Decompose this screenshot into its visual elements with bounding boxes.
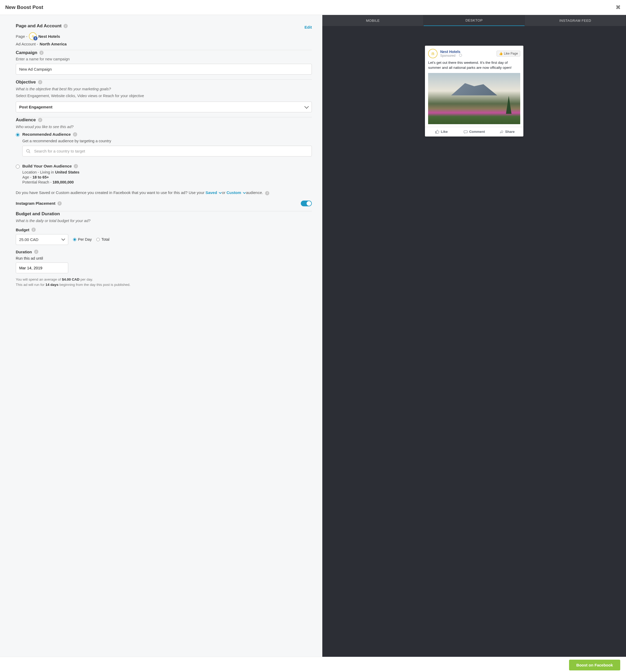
budget-section: Budget and Duration What is the daily or…: [16, 211, 312, 292]
budget-footnote: You will spend an average of $4.00 CAD p…: [16, 277, 312, 288]
like-action[interactable]: Like: [425, 127, 458, 137]
custom-link[interactable]: Custom: [226, 190, 245, 195]
like-text: Like: [441, 130, 448, 134]
reach-value: 189,000,000: [52, 180, 74, 184]
audience-section: Audience i Who woud you like to see this…: [16, 117, 312, 211]
total-option[interactable]: Total: [96, 237, 110, 241]
per-day-radio[interactable]: [73, 238, 76, 241]
country-search-input[interactable]: [22, 146, 312, 157]
ig-label-text: Instagram Placement: [16, 201, 55, 206]
foot2b: 14 days: [45, 283, 58, 287]
comment-text: Comment: [469, 130, 485, 134]
budget-section-title: Budget and Duration: [16, 211, 312, 217]
preview-post-image: [428, 73, 520, 124]
budget-subtitle: What is the daily or total budget for yo…: [16, 219, 312, 223]
age-value: 18 to 65+: [32, 175, 49, 179]
info-icon[interactable]: i: [31, 227, 36, 232]
saved-or: or: [222, 190, 226, 195]
budget-amount-select[interactable]: 25.00 CAD: [16, 234, 68, 245]
chevron-down-icon: [219, 191, 222, 194]
saved-link[interactable]: Saved: [206, 190, 221, 195]
comment-action[interactable]: Comment: [458, 127, 490, 137]
audience-title: Audience i: [16, 117, 312, 123]
country-search-wrap: [22, 146, 312, 157]
page-account-title-text: Page and Ad Account: [16, 23, 62, 29]
boost-button[interactable]: Boost on Facebook: [569, 660, 620, 670]
end-date-input[interactable]: [16, 263, 68, 273]
info-icon[interactable]: i: [265, 191, 269, 195]
thumbs-up-icon: 👍: [499, 52, 503, 55]
info-icon[interactable]: i: [34, 250, 38, 254]
ad-account-name: North America: [40, 42, 67, 46]
recommended-audience-option[interactable]: Recommended Audience i: [16, 132, 312, 137]
foot2a: This ad will run for: [16, 283, 45, 287]
objective-select-wrap: Post Engagement: [16, 102, 312, 112]
info-icon[interactable]: i: [57, 201, 62, 206]
custom-link-text: Custom: [226, 190, 241, 195]
share-action[interactable]: Share: [490, 127, 523, 137]
close-button[interactable]: ✖: [616, 4, 621, 11]
saved-custom-text: Do you have Saved or Custom audience you…: [16, 190, 312, 196]
foot2c: beginning from the day this post is publ…: [58, 283, 130, 287]
build-label: Build Your Own Audience i: [22, 164, 78, 169]
foot1b: $4.00 CAD: [62, 278, 79, 281]
toggle-knob: [307, 201, 311, 206]
edit-link[interactable]: Edit: [305, 25, 312, 29]
info-icon[interactable]: i: [74, 164, 78, 168]
location-prefix: Location - Living in: [22, 170, 54, 174]
campaign-title-text: Campaign: [16, 50, 37, 55]
budget-label-text: Budget: [16, 227, 29, 232]
info-icon[interactable]: i: [64, 24, 68, 28]
page-account-section: Page and Ad Account i Edit Page - nf Nes…: [16, 23, 312, 50]
recommended-desc: Get a recommended audience by targeting …: [22, 139, 312, 143]
campaign-name-input[interactable]: [16, 64, 312, 75]
like-page-button[interactable]: 👍 Like Page: [497, 51, 520, 56]
page-row: Page - nf Nest Hotels: [16, 32, 312, 40]
like-icon: [435, 130, 439, 134]
reach-prefix: Potential Reach -: [22, 180, 51, 184]
ad-account-row: Ad Account - North America: [16, 42, 312, 46]
info-icon[interactable]: i: [73, 132, 77, 137]
tab-instagram[interactable]: INSTAGRAM FEED: [525, 15, 626, 26]
foot1c: per day.: [79, 278, 93, 281]
preview-sponsored: Sponsored ·: [440, 54, 497, 57]
objective-subtitle: What is the objective that best fits you…: [16, 87, 312, 91]
per-day-label: Per Day: [78, 237, 92, 241]
objective-section: Objective i What is the objective that b…: [16, 79, 312, 117]
saved-link-text: Saved: [206, 190, 217, 195]
preview-tabs: MOBILE DESKTOP INSTAGRAM FEED: [322, 15, 626, 26]
age-detail: Age - 18 to 65+: [22, 175, 312, 179]
globe-icon: [459, 54, 462, 57]
facebook-badge-icon: f: [33, 36, 38, 41]
like-page-text: Like Page: [504, 52, 518, 55]
objective-select[interactable]: Post Engagement: [16, 102, 312, 112]
info-icon[interactable]: i: [39, 51, 44, 55]
tab-mobile[interactable]: MOBILE: [322, 15, 424, 26]
recommended-label: Recommended Audience i: [22, 132, 77, 137]
instagram-placement-label: Instagram Placement i: [16, 201, 62, 206]
budget-label: Budget i: [16, 227, 312, 232]
objective-hint: Select Engagement, Website clicks, Video…: [16, 94, 312, 98]
comment-icon: [463, 130, 468, 134]
page-name: Nest Hotels: [38, 34, 60, 39]
modal-title: New Boost Post: [5, 4, 43, 10]
share-text: Share: [505, 130, 515, 134]
build-radio[interactable]: [16, 165, 20, 169]
age-prefix: Age -: [22, 175, 31, 179]
total-radio[interactable]: [96, 238, 100, 241]
ad-account-prefix: Ad Account -: [16, 42, 38, 46]
preview-header: n Nest Hotels Sponsored · 👍 Like Page: [425, 49, 523, 61]
tab-desktop[interactable]: DESKTOP: [424, 15, 525, 26]
form-panel: Page and Ad Account i Edit Page - nf Nes…: [0, 15, 322, 657]
objective-title: Objective i: [16, 79, 312, 85]
page-avatar: nf: [29, 32, 37, 40]
preview-page-name[interactable]: Nest Hotels: [440, 50, 497, 54]
build-audience-option[interactable]: Build Your Own Audience i: [16, 164, 312, 169]
budget-section-title-text: Budget and Duration: [16, 211, 60, 217]
info-icon[interactable]: i: [38, 118, 42, 122]
info-icon[interactable]: i: [38, 80, 42, 84]
recommended-radio[interactable]: [16, 133, 20, 137]
location-detail: Location - Living in United States: [22, 170, 312, 174]
instagram-toggle[interactable]: [301, 200, 312, 206]
per-day-option[interactable]: Per Day: [73, 237, 92, 241]
